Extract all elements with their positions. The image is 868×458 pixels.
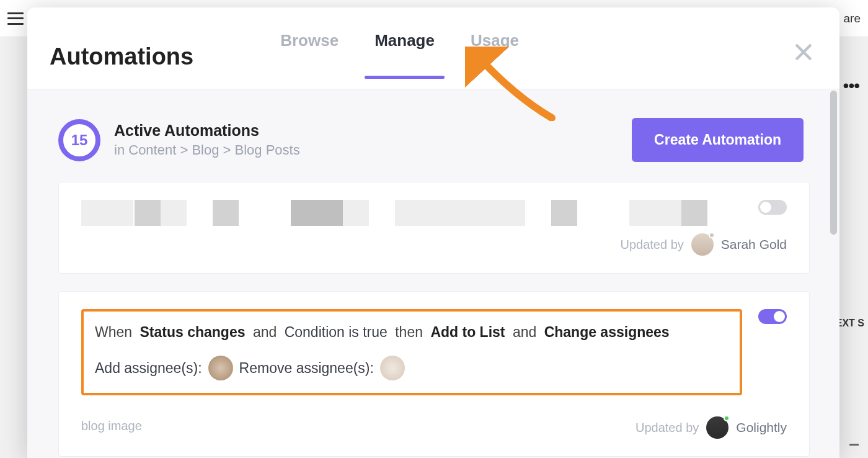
automation-rule-text: When Status changes and Condition is tru… — [95, 320, 728, 344]
automation-card-1[interactable]: Updated by Sarah Gold — [58, 182, 810, 274]
tab-browse[interactable]: Browse — [280, 31, 339, 79]
updated-by-label: Updated by — [636, 421, 699, 435]
tab-usage[interactable]: Usage — [471, 31, 519, 79]
modal-body: 15 Active Automations in Content > Blog … — [27, 89, 839, 458]
remove-assignees-label: Remove assignee(s): — [239, 360, 374, 377]
modal-title: Automations — [50, 43, 193, 70]
create-automation-button[interactable]: Create Automation — [632, 118, 804, 162]
avatar — [691, 233, 714, 256]
close-icon[interactable] — [792, 41, 815, 63]
summary-left: 15 Active Automations in Content > Blog … — [58, 119, 300, 161]
redacted-content — [81, 200, 787, 227]
breadcrumb: in Content > Blog > Blog Posts — [114, 142, 300, 158]
share-text-partial: are — [844, 12, 861, 25]
status-offline-icon — [709, 232, 715, 238]
updated-by-row-1: Updated by Sarah Gold — [81, 233, 787, 256]
automation-toggle-2[interactable] — [758, 309, 787, 324]
background-side-text: EXT S — [836, 318, 864, 329]
automations-modal: Automations Browse Manage Usage 15 Activ… — [27, 7, 839, 458]
hamburger-icon[interactable] — [7, 12, 24, 25]
modal-tabs: Browse Manage Usage — [280, 25, 519, 89]
highlighted-rule-box: When Status changes and Condition is tru… — [81, 309, 742, 395]
updated-by-label: Updated by — [620, 238, 683, 252]
active-automations-heading: Active Automations — [114, 122, 300, 140]
assignee-avatar-add — [208, 356, 233, 380]
card-2-footer: blog image Updated by Golightly — [81, 413, 787, 439]
avatar — [706, 416, 728, 439]
tab-manage[interactable]: Manage — [374, 31, 435, 79]
assignee-avatar-remove — [380, 356, 405, 380]
updater-name-1: Sarah Gold — [721, 237, 787, 252]
automation-tag: blog image — [81, 419, 142, 433]
updater-name-2: Golightly — [736, 420, 787, 435]
automation-count-badge: 15 — [58, 119, 100, 161]
more-icon[interactable]: ••• — [843, 76, 859, 96]
modal-header: Automations Browse Manage Usage — [27, 7, 839, 89]
summary-text: Active Automations in Content > Blog > B… — [114, 122, 300, 158]
assignees-line: Add assignee(s): Remove assignee(s): — [95, 356, 728, 380]
updated-by-row-2: Updated by Golightly — [636, 416, 787, 439]
automation-card-2[interactable]: When Status changes and Condition is tru… — [58, 291, 810, 457]
add-assignees-label: Add assignee(s): — [95, 360, 202, 377]
status-online-icon — [724, 415, 730, 421]
scrollbar-thumb[interactable] — [830, 91, 837, 235]
background-minus: – — [849, 433, 859, 454]
summary-row: 15 Active Automations in Content > Blog … — [58, 118, 810, 162]
automation-toggle-1[interactable] — [758, 200, 787, 215]
